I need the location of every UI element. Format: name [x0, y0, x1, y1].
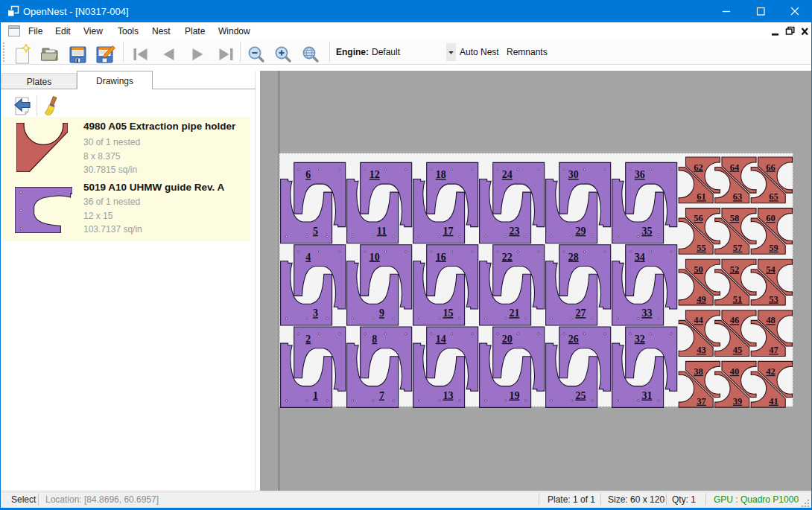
- svg-text:7: 7: [379, 390, 384, 401]
- svg-text:60: 60: [766, 213, 775, 223]
- svg-text:12: 12: [369, 169, 380, 180]
- svg-text:64: 64: [730, 162, 740, 173]
- svg-text:52: 52: [730, 264, 740, 275]
- svg-text:32: 32: [635, 334, 645, 345]
- svg-text:48: 48: [766, 315, 775, 325]
- svg-text:51: 51: [733, 294, 743, 305]
- svg-text:56: 56: [694, 213, 703, 223]
- svg-text:66: 66: [766, 162, 775, 173]
- svg-text:59: 59: [769, 243, 778, 253]
- svg-text:30: 30: [568, 169, 579, 180]
- svg-text:57: 57: [733, 243, 743, 253]
- svg-text:17: 17: [443, 226, 453, 237]
- svg-text:16: 16: [436, 252, 446, 263]
- svg-text:55: 55: [697, 243, 706, 253]
- svg-text:39: 39: [733, 396, 743, 407]
- svg-text:21: 21: [509, 307, 519, 319]
- svg-text:25: 25: [575, 390, 586, 401]
- svg-text:61: 61: [697, 191, 706, 202]
- svg-text:19: 19: [509, 390, 519, 401]
- svg-text:22: 22: [502, 252, 513, 263]
- svg-text:9: 9: [379, 307, 384, 319]
- svg-text:18: 18: [436, 169, 446, 180]
- svg-text:41: 41: [769, 396, 778, 407]
- svg-text:3: 3: [313, 307, 318, 319]
- svg-text:26: 26: [568, 334, 579, 345]
- svg-text:46: 46: [730, 315, 740, 325]
- svg-text:62: 62: [694, 162, 703, 173]
- svg-text:27: 27: [575, 307, 586, 319]
- svg-text:15: 15: [443, 307, 453, 319]
- svg-text:14: 14: [436, 334, 446, 345]
- svg-text:28: 28: [568, 252, 579, 263]
- svg-text:2: 2: [305, 334, 311, 345]
- svg-text:65: 65: [769, 191, 778, 202]
- svg-text:5: 5: [313, 226, 318, 237]
- svg-text:6: 6: [305, 169, 311, 180]
- svg-text:33: 33: [641, 307, 652, 319]
- svg-text:45: 45: [733, 345, 743, 355]
- svg-text:23: 23: [509, 226, 519, 237]
- svg-text:11: 11: [377, 226, 387, 237]
- svg-text:34: 34: [635, 252, 645, 263]
- svg-text:50: 50: [694, 264, 703, 275]
- svg-text:42: 42: [766, 366, 775, 377]
- svg-text:20: 20: [502, 334, 513, 345]
- svg-text:54: 54: [766, 264, 775, 275]
- svg-text:40: 40: [730, 366, 740, 377]
- svg-text:44: 44: [694, 315, 703, 325]
- svg-text:8: 8: [372, 334, 377, 345]
- svg-text:4: 4: [305, 252, 311, 263]
- svg-text:37: 37: [697, 396, 706, 407]
- svg-text:10: 10: [369, 252, 380, 263]
- svg-text:47: 47: [769, 345, 778, 355]
- svg-text:24: 24: [502, 169, 513, 180]
- svg-text:63: 63: [733, 191, 743, 202]
- svg-text:35: 35: [641, 226, 652, 237]
- svg-text:31: 31: [641, 390, 652, 401]
- svg-text:49: 49: [697, 294, 706, 305]
- svg-text:13: 13: [443, 390, 453, 401]
- svg-text:53: 53: [769, 294, 778, 305]
- svg-text:58: 58: [730, 213, 740, 223]
- svg-text:36: 36: [635, 169, 645, 180]
- svg-text:29: 29: [575, 226, 586, 237]
- svg-text:1: 1: [313, 390, 318, 401]
- svg-text:38: 38: [694, 366, 703, 377]
- svg-text:43: 43: [697, 345, 706, 355]
